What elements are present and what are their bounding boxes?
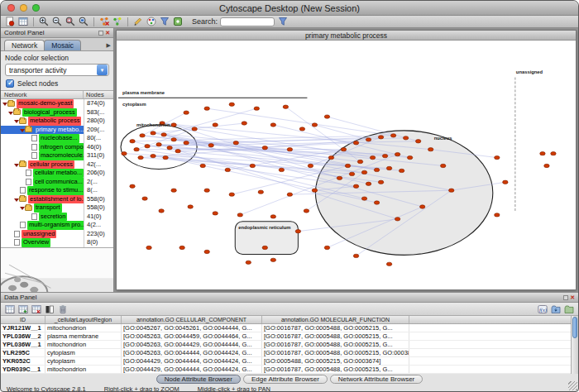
network-node[interactable] — [250, 164, 255, 167]
zoom-out-icon[interactable] — [51, 17, 63, 27]
network-canvas[interactable]: plasma membranecytoplasmmitochondrionnuc… — [117, 41, 576, 289]
network-node[interactable] — [312, 123, 317, 127]
attribute-delete-icon[interactable] — [31, 304, 42, 314]
network-node[interactable] — [551, 151, 556, 155]
network-node[interactable] — [308, 164, 313, 167]
network-node[interactable] — [495, 155, 500, 159]
table-row[interactable]: YPL036W__2plasma membrane[GO:0045263, GO… — [1, 332, 578, 341]
network-node[interactable] — [151, 131, 156, 135]
network-node[interactable] — [540, 151, 545, 155]
zoom-in-icon[interactable] — [38, 17, 50, 27]
tab-mosaic[interactable]: Mosaic — [44, 40, 81, 50]
network-node[interactable] — [345, 164, 350, 167]
create-network-from-selection-icon[interactable] — [112, 17, 123, 27]
network-edge[interactable] — [314, 125, 368, 140]
network-overview-thumbnail[interactable] — [1, 247, 113, 292]
network-node[interactable] — [179, 246, 184, 249]
table-import-icon[interactable] — [17, 17, 29, 27]
network-node[interactable] — [161, 133, 166, 136]
network-node[interactable] — [361, 197, 366, 200]
network-node[interactable] — [262, 146, 267, 150]
tab-edge-attribute-browser[interactable]: Edge Attribute Browser — [243, 375, 328, 384]
scrollbar-thumb[interactable] — [572, 317, 577, 338]
network-node[interactable] — [242, 122, 246, 125]
network-node[interactable] — [295, 230, 300, 233]
network-node[interactable] — [184, 111, 189, 114]
minimize-window-button[interactable] — [20, 4, 27, 12]
network-node[interactable] — [122, 151, 127, 155]
network-node[interactable] — [270, 258, 275, 261]
network-node[interactable] — [378, 136, 383, 139]
node-color-dropdown[interactable]: transporter activity ▼ — [5, 64, 109, 76]
tree-item-metabolic-process[interactable]: metabolic process280(0) — [1, 117, 113, 126]
search-input[interactable] — [220, 17, 275, 26]
network-node[interactable] — [357, 160, 362, 163]
zoom-fit-icon[interactable] — [78, 17, 89, 27]
network-node[interactable] — [229, 103, 234, 106]
network-node[interactable] — [495, 213, 500, 217]
network-node[interactable] — [134, 148, 139, 151]
network-node[interactable] — [171, 138, 176, 141]
function-builder-icon[interactable]: f(x) — [537, 304, 548, 314]
tree-item-cell-communica[interactable]: cell communica...2(... — [1, 178, 113, 187]
network-node[interactable] — [374, 168, 379, 171]
zoom-window-button[interactable] — [32, 4, 40, 12]
expand-arrow-icon[interactable] — [19, 126, 25, 134]
float-panel-icon[interactable] — [98, 31, 103, 36]
column-header-id[interactable]: ID — [1, 316, 45, 323]
network-node[interactable] — [386, 166, 391, 170]
network-import-icon[interactable] — [4, 17, 16, 27]
expand-arrow-icon[interactable] — [2, 99, 7, 108]
tree-item-nucleobase[interactable]: nucleobase...80(... — [1, 134, 113, 143]
table-row[interactable]: YLR295Ccytoplasm[GO:0045263, GO:0044444,… — [1, 349, 578, 357]
tree-item-nitrogen-compo[interactable]: nitrogen compo...46(0) — [1, 143, 113, 152]
table-scrollbar[interactable] — [571, 316, 578, 374]
network-node[interactable] — [192, 127, 197, 131]
tab-network-attribute-browser[interactable]: Network Attribute Browser — [330, 375, 423, 384]
tree-item-multi-organism-pro[interactable]: multi-organism pro...4(2... — [1, 221, 113, 230]
expand-arrow-icon[interactable] — [19, 203, 25, 212]
column-header-cellularlayoutregion[interactable]: _cellularLayoutRegion — [45, 316, 122, 323]
tree-item-primary-metabo[interactable]: primary metabo...209(... — [1, 126, 113, 135]
network-window-title[interactable]: primary metabolic process — [117, 31, 576, 41]
attribute-create-icon[interactable] — [17, 304, 29, 314]
table-row[interactable]: YKR052Ccytoplasm[GO:0044429, GO:0044444,… — [1, 357, 578, 366]
network-node[interactable] — [262, 246, 267, 249]
network-node[interactable] — [279, 168, 284, 171]
import-attributes-icon[interactable] — [550, 304, 562, 314]
close-window-button[interactable] — [7, 4, 15, 12]
filter-icon[interactable] — [277, 17, 289, 27]
trash-icon[interactable] — [57, 304, 69, 314]
network-node[interactable] — [328, 155, 333, 159]
network-node[interactable] — [270, 215, 275, 218]
network-node[interactable] — [428, 148, 433, 151]
network-node[interactable] — [283, 105, 288, 108]
network-node[interactable] — [146, 246, 151, 249]
network-node[interactable] — [229, 193, 234, 196]
network-node[interactable] — [353, 141, 358, 145]
network-node[interactable] — [204, 250, 209, 253]
resize-grip[interactable] — [568, 381, 577, 390]
network-node[interactable] — [407, 155, 412, 159]
network-node[interactable] — [175, 149, 180, 152]
export-attributes-icon[interactable] — [563, 304, 575, 314]
network-node[interactable] — [184, 141, 189, 145]
network-node[interactable] — [390, 134, 395, 137]
filter-builder-icon[interactable] — [159, 17, 170, 27]
tree-item-overview[interactable]: Overview8(0) — [1, 238, 113, 247]
window-titlebar[interactable]: Cytoscape Desktop (New Session) — [1, 1, 578, 16]
network-node[interactable] — [403, 136, 408, 140]
close-panel-icon[interactable]: ✕ — [105, 30, 110, 36]
network-node[interactable] — [213, 212, 218, 215]
network-node[interactable] — [304, 209, 309, 213]
network-node[interactable] — [138, 155, 143, 159]
network-node[interactable] — [258, 190, 263, 194]
network-node[interactable] — [370, 155, 375, 159]
network-node[interactable] — [366, 182, 371, 185]
network-node[interactable] — [324, 246, 329, 249]
network-node[interactable] — [171, 123, 176, 127]
network-node[interactable] — [204, 189, 209, 192]
tree-item-biological-process[interactable]: biological_process583(... — [1, 108, 113, 117]
network-node[interactable] — [353, 254, 358, 257]
tree-item-cellular-process[interactable]: cellular process42(... — [1, 160, 113, 170]
